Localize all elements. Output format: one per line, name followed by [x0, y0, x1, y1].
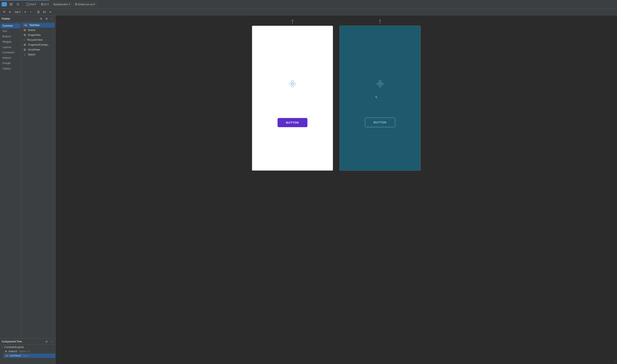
svg-point-46 — [379, 83, 381, 84]
palette-item-recyclerview[interactable]: ≡ RecyclerView — [22, 38, 55, 42]
svg-rect-11 — [41, 4, 42, 5]
svg-point-25 — [40, 18, 41, 19]
dark-phone-wrapper: ↖ BUTTON — [340, 20, 421, 171]
svg-rect-18 — [37, 13, 40, 13]
second-toolbar: 👁 0dp ▾ ✦ ✧ — [0, 9, 617, 15]
switch-icon: ⊙ — [24, 53, 26, 56]
constraintlayout-icon: ↙ — [2, 346, 3, 348]
app-button-dark[interactable]: BUTTON — [365, 117, 395, 127]
svg-point-5 — [17, 3, 19, 5]
distribute-btn[interactable] — [42, 10, 47, 14]
palette-item-button[interactable]: Button — [22, 28, 55, 32]
light-phone-frame: BUTTON — [252, 26, 333, 171]
tree-item-button3[interactable]: button3 "Button" ⚠ — [3, 349, 55, 353]
palette-minimize-btn[interactable]: − — [50, 16, 54, 21]
palette-title: Palette — [2, 17, 10, 20]
textview2-value: "text" — [23, 354, 28, 357]
magic-btn[interactable]: ✦ — [23, 10, 27, 14]
zoom-btn[interactable] — [15, 2, 21, 6]
svg-point-44 — [381, 83, 383, 85]
button3-value: "Button" — [19, 350, 27, 353]
category-containers[interactable]: Containers — [1, 50, 21, 55]
svg-point-35 — [292, 83, 293, 84]
error-icon: ● — [29, 354, 30, 357]
svg-rect-16 — [37, 11, 40, 11]
palette-header: Palette − — [0, 15, 55, 22]
svg-point-29 — [292, 20, 293, 21]
tree-label: ConstraintLayout — [4, 346, 24, 349]
svg-rect-10 — [42, 3, 43, 4]
button-icon — [24, 29, 26, 31]
blueprint-btn[interactable] — [9, 2, 14, 6]
tree-minimize-btn[interactable]: − — [50, 339, 54, 344]
palette-item-scrollview[interactable]: ScrollView — [22, 47, 55, 52]
svg-line-26 — [41, 19, 42, 20]
palette-item-fragmentcontain[interactable]: FragmentContain... — [22, 42, 55, 47]
category-buttons[interactable]: Buttons — [1, 34, 21, 39]
separator-2 — [34, 10, 35, 14]
svg-rect-17 — [38, 12, 39, 12]
category-widgets[interactable]: Widgets — [1, 39, 21, 44]
locale-dropdown[interactable]: Default (en-us) ▾ — [73, 2, 97, 6]
svg-point-34 — [291, 85, 294, 87]
category-text[interactable]: Text — [1, 29, 21, 34]
textview-icon: Ab — [24, 24, 27, 27]
app-button-light[interactable]: BUTTON — [277, 118, 307, 127]
align-btn[interactable] — [36, 10, 41, 14]
design-mode-btn[interactable] — [2, 2, 7, 6]
select-btn[interactable] — [8, 10, 12, 14]
palette-item-textview[interactable]: Ab TextView — [22, 23, 55, 27]
resize-handle[interactable]: ⤡ — [615, 361, 616, 363]
eye-btn[interactable]: 👁 — [2, 10, 7, 14]
svg-rect-12 — [42, 4, 43, 5]
category-google[interactable]: Google — [1, 61, 21, 66]
svg-point-33 — [294, 83, 296, 85]
palette-item-imageview[interactable]: ImageView — [22, 33, 55, 37]
svg-point-32 — [289, 83, 291, 85]
tree-label: textView2 — [10, 354, 21, 357]
cursor-indicator: ↖ — [375, 95, 378, 99]
separator-1 — [23, 2, 23, 6]
svg-point-28 — [46, 341, 47, 342]
component-tree-title: Component Tree — [2, 340, 22, 343]
svg-rect-9 — [41, 3, 42, 4]
svg-rect-21 — [44, 11, 45, 13]
button3-icon — [5, 351, 7, 352]
palette-header-icons: − — [39, 16, 54, 21]
device-dropdown[interactable]: Pixel ▾ — [25, 2, 38, 6]
star-btn[interactable]: ✧ — [28, 10, 33, 14]
palette-settings-btn[interactable] — [44, 16, 49, 21]
category-layouts[interactable]: Layouts — [1, 45, 21, 50]
svg-marker-24 — [50, 12, 51, 13]
svg-point-45 — [379, 85, 381, 87]
left-panel: Palette − Common Text Buttons Widgets La… — [0, 15, 55, 364]
category-legacy[interactable]: Legacy — [1, 66, 21, 71]
category-common[interactable]: Common — [1, 23, 21, 28]
tree-label: button3 — [9, 350, 17, 353]
baseline-btn[interactable] — [48, 10, 53, 14]
svg-point-43 — [377, 83, 379, 85]
palette-content: Common Text Buttons Widgets Layouts Cont… — [0, 22, 55, 338]
svg-point-27 — [46, 18, 47, 19]
tree-item-textview2[interactable]: Ab textView2 "text" ● — [3, 353, 55, 358]
component-tree-content: ↙ ConstraintLayout button3 "Button" ⚠ Ab… — [0, 345, 55, 364]
padding-dropdown[interactable]: 0dp ▾ — [13, 10, 22, 14]
svg-point-42 — [379, 80, 381, 82]
app-dropdown[interactable]: MyApplication ▾ — [52, 2, 71, 6]
top-toolbar: Pixel ▾ 32 ▾ MyApplication ▾ Default (en… — [0, 0, 617, 9]
palette-categories: Common Text Buttons Widgets Layouts Cont… — [0, 22, 21, 338]
palette-item-switch[interactable]: ⊙ Switch — [22, 52, 55, 57]
svg-point-31 — [291, 80, 294, 82]
tree-item-constraintlayout[interactable]: ↙ ConstraintLayout — [0, 345, 55, 349]
zoom-dropdown[interactable]: 32 ▾ — [40, 2, 50, 6]
category-helpers[interactable]: Helpers — [1, 55, 21, 60]
light-phone-pin — [291, 20, 294, 25]
svg-point-1 — [4, 4, 5, 5]
cluster-icon-light — [287, 78, 298, 89]
tree-settings-btn[interactable] — [44, 339, 49, 344]
scrollview-icon — [24, 49, 26, 51]
canvas-area[interactable]: BUTTON ↖ — [55, 15, 617, 364]
dark-phone-pin — [379, 20, 381, 25]
component-tree-header: Component Tree − — [0, 338, 55, 345]
palette-search-btn[interactable] — [39, 16, 43, 21]
